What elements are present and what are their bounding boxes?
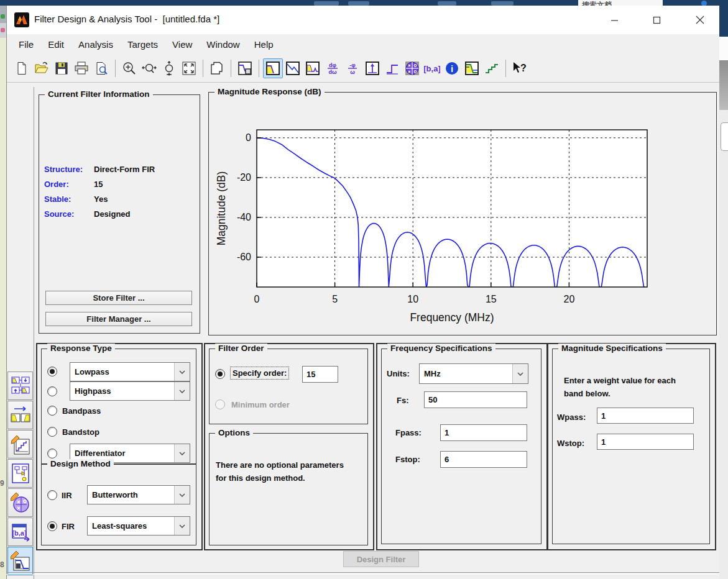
realize-model-steps-icon[interactable] [482, 58, 502, 78]
current-filter-information-panel: Current Filter Information Structure: Di… [39, 94, 200, 334]
transform-filter-icon [11, 404, 30, 426]
magnitude-spec-mask-icon[interactable] [462, 58, 482, 78]
svg-text:Frequency (MHz): Frequency (MHz) [410, 311, 494, 324]
sidebar-item-import-filter[interactable]: [b,a] [7, 517, 33, 546]
full-view-icon[interactable] [179, 58, 199, 78]
phase-response-icon[interactable] [283, 58, 303, 78]
context-help-icon[interactable]: ? [510, 58, 530, 78]
sidebar-item-pole-zero-editor[interactable] [7, 488, 33, 517]
specify-order-radio[interactable] [215, 369, 225, 379]
sidebar-item-create-multirate-filter[interactable] [7, 372, 33, 400]
sidebar-item-realize-model[interactable] [7, 459, 33, 488]
window-bottom-groove [6, 572, 719, 575]
background-left-strip: 9 8 [0, 6, 6, 579]
magnitude-response-icon[interactable] [263, 58, 283, 78]
menu-view[interactable]: View [172, 39, 192, 50]
units-select-value: MHz [420, 364, 512, 383]
magnitude-and-phase-icon[interactable] [303, 58, 323, 78]
zoom-in-icon[interactable] [119, 58, 139, 78]
design-filter-button[interactable]: Design Filter [343, 551, 419, 567]
iir-method-select[interactable]: Butterworth [87, 485, 190, 504]
background-chip [314, 1, 339, 6]
menu-help[interactable]: Help [254, 39, 274, 50]
sidebar-item-design-filter[interactable] [7, 547, 33, 575]
zoom-y-icon[interactable] [159, 58, 179, 78]
menu-file[interactable]: File [19, 39, 34, 50]
minimum-order-radio[interactable] [215, 399, 225, 409]
wstop-input[interactable] [597, 434, 694, 450]
background-fragment [719, 6, 728, 37]
fstop-label: Fstop: [395, 455, 420, 464]
background-digit: 9 [0, 479, 4, 488]
background-fragment [719, 37, 728, 60]
menu-window[interactable]: Window [206, 39, 239, 50]
save-icon[interactable] [52, 58, 71, 78]
step-response-icon[interactable] [382, 58, 402, 78]
highpass-select[interactable]: Highpass [70, 381, 190, 401]
wpass-label: Wpass: [557, 413, 586, 422]
sidebar-item-transform-filter[interactable] [7, 401, 33, 429]
differentiator-radio[interactable] [47, 449, 57, 458]
svg-text:0: 0 [254, 294, 260, 304]
print-preview-icon[interactable] [91, 58, 111, 78]
minimum-order-label: Minimum order [231, 400, 290, 409]
menu-analysis[interactable]: Analysis [78, 39, 113, 50]
highpass-radio[interactable] [47, 386, 57, 396]
phase-delay-icon[interactable]: -φω [343, 58, 362, 78]
fir-radio[interactable] [47, 521, 57, 531]
fir-method-select[interactable]: Least-squares [87, 516, 190, 536]
fpass-input[interactable] [440, 424, 527, 441]
chevron-down-icon [512, 364, 528, 383]
structure-label: Structure: [44, 165, 83, 174]
menu-edit[interactable]: Edit [48, 39, 64, 50]
filter-manager-button[interactable]: Filter Manager ... [45, 312, 192, 326]
quantization-icon [11, 433, 30, 455]
lowpass-radio[interactable] [47, 367, 57, 376]
panel-title: Magnitude Response (dB) [214, 87, 325, 96]
open-file-icon[interactable] [32, 58, 52, 78]
units-select[interactable]: MHz [419, 363, 528, 384]
background-fragment [721, 122, 728, 151]
iir-radio[interactable] [47, 490, 57, 500]
toolbar-separator [203, 60, 203, 77]
svg-text:-60: -60 [237, 252, 251, 262]
fs-label: Fs: [397, 396, 409, 405]
background-right-strip [719, 6, 728, 579]
background-chip [438, 1, 456, 6]
svg-text:15: 15 [486, 294, 497, 304]
specify-order-label: Specify order: [230, 367, 289, 380]
magnitude-response-panel: Magnitude Response (dB) 051015200-20-40-… [208, 92, 717, 335]
filter-specifications-icon[interactable] [235, 58, 255, 78]
fstop-input[interactable] [440, 451, 527, 468]
svg-text:-20: -20 [237, 172, 251, 183]
print-icon[interactable] [71, 58, 91, 78]
copy-page-icon[interactable] [207, 58, 227, 78]
new-document-icon[interactable] [12, 58, 32, 78]
svg-text:10: 10 [407, 294, 418, 304]
lowpass-select-value: Lowpass [70, 363, 174, 381]
specify-order-input[interactable] [302, 366, 338, 383]
group-delay-icon[interactable]: dφdω [323, 58, 343, 78]
close-button[interactable] [686, 11, 714, 29]
iir-label: IIR [62, 491, 72, 500]
fs-input[interactable] [424, 391, 527, 408]
filter-information-icon[interactable]: i [442, 58, 462, 78]
filter-coefficients-icon[interactable]: [b,a] [422, 58, 442, 78]
toolbar-separator [231, 60, 231, 77]
bandstop-radio[interactable] [47, 427, 57, 437]
lowpass-select[interactable]: Lowpass [70, 362, 190, 381]
wpass-input[interactable] [597, 408, 694, 424]
impulse-response-icon[interactable] [362, 58, 382, 78]
sidebar-item-set-quantization-parameters[interactable] [7, 430, 33, 458]
minimize-button[interactable] [601, 11, 628, 29]
svg-text:20: 20 [564, 294, 575, 304]
menu-targets[interactable]: Targets [127, 39, 158, 50]
store-filter-button[interactable]: Store Filter ... [45, 291, 192, 305]
svg-text:[b,a]: [b,a] [424, 64, 440, 73]
bandpass-radio[interactable] [47, 406, 57, 416]
zoom-x-icon[interactable] [139, 58, 159, 78]
filter-order-panel: Filter Order [209, 349, 368, 424]
pole-zero-plot-icon[interactable] [402, 58, 422, 78]
maximize-button[interactable] [643, 11, 670, 29]
svg-text:dφ: dφ [329, 62, 336, 68]
